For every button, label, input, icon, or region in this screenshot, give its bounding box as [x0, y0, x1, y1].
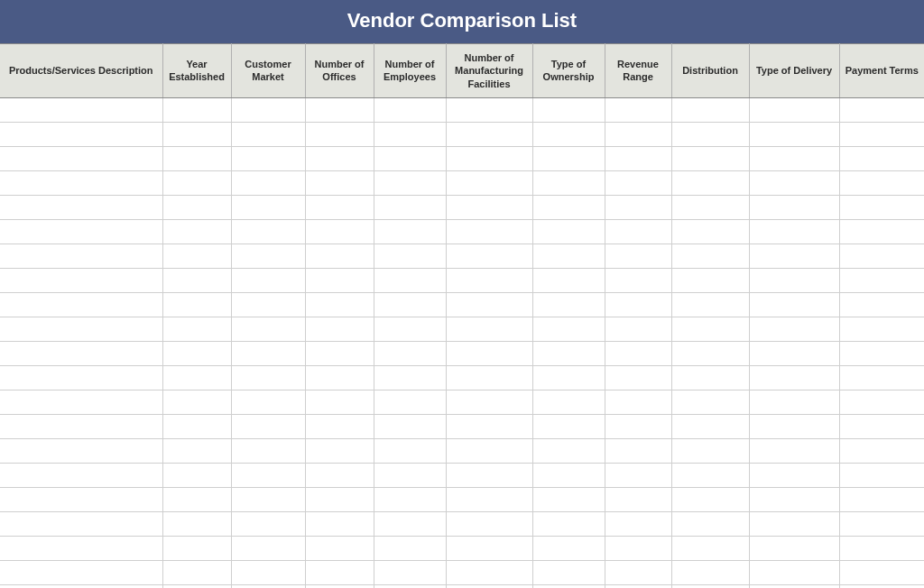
table-cell[interactable]: [162, 219, 231, 243]
table-cell[interactable]: [532, 243, 605, 268]
table-cell[interactable]: [749, 341, 839, 365]
table-cell[interactable]: [305, 487, 374, 511]
table-cell[interactable]: [839, 414, 924, 438]
table-cell[interactable]: [0, 122, 162, 146]
table-cell[interactable]: [374, 195, 446, 219]
table-cell[interactable]: [162, 243, 231, 268]
table-cell[interactable]: [749, 219, 839, 243]
table-cell[interactable]: [446, 511, 532, 536]
table-cell[interactable]: [305, 511, 374, 536]
table-cell[interactable]: [671, 438, 749, 463]
table-cell[interactable]: [446, 438, 532, 463]
table-cell[interactable]: [446, 292, 532, 317]
table-cell[interactable]: [749, 97, 839, 122]
table-cell[interactable]: [0, 463, 162, 487]
table-cell[interactable]: [0, 341, 162, 365]
table-cell[interactable]: [305, 195, 374, 219]
table-cell[interactable]: [374, 438, 446, 463]
table-cell[interactable]: [605, 438, 671, 463]
table-cell[interactable]: [446, 219, 532, 243]
table-cell[interactable]: [605, 146, 671, 170]
table-cell[interactable]: [446, 317, 532, 341]
table-cell[interactable]: [162, 268, 231, 292]
table-cell[interactable]: [749, 584, 839, 588]
table-cell[interactable]: [671, 292, 749, 317]
table-cell[interactable]: [839, 195, 924, 219]
table-cell[interactable]: [749, 146, 839, 170]
table-cell[interactable]: [671, 584, 749, 588]
table-cell[interactable]: [532, 463, 605, 487]
table-cell[interactable]: [0, 560, 162, 584]
col-header-customer-market[interactable]: Customer Market: [231, 44, 305, 98]
col-header-year-established[interactable]: Year Established: [162, 44, 231, 98]
table-cell[interactable]: [532, 292, 605, 317]
table-cell[interactable]: [305, 122, 374, 146]
table-cell[interactable]: [374, 97, 446, 122]
table-cell[interactable]: [231, 560, 305, 584]
table-cell[interactable]: [839, 390, 924, 414]
table-cell[interactable]: [374, 219, 446, 243]
table-cell[interactable]: [374, 122, 446, 146]
table-cell[interactable]: [446, 341, 532, 365]
table-cell[interactable]: [305, 268, 374, 292]
table-cell[interactable]: [605, 170, 671, 195]
table-cell[interactable]: [749, 463, 839, 487]
table-cell[interactable]: [839, 438, 924, 463]
table-cell[interactable]: [162, 365, 231, 390]
table-cell[interactable]: [446, 536, 532, 560]
table-cell[interactable]: [305, 146, 374, 170]
table-cell[interactable]: [0, 292, 162, 317]
table-cell[interactable]: [839, 584, 924, 588]
table-cell[interactable]: [0, 365, 162, 390]
table-cell[interactable]: [671, 365, 749, 390]
table-cell[interactable]: [605, 536, 671, 560]
table-cell[interactable]: [231, 511, 305, 536]
table-cell[interactable]: [671, 390, 749, 414]
table-cell[interactable]: [605, 292, 671, 317]
table-cell[interactable]: [749, 390, 839, 414]
table-cell[interactable]: [532, 317, 605, 341]
table-cell[interactable]: [605, 317, 671, 341]
table-cell[interactable]: [839, 536, 924, 560]
table-cell[interactable]: [839, 122, 924, 146]
table-cell[interactable]: [605, 560, 671, 584]
table-cell[interactable]: [0, 414, 162, 438]
table-cell[interactable]: [671, 414, 749, 438]
table-cell[interactable]: [532, 341, 605, 365]
col-header-type-ownership[interactable]: Type of Ownership: [532, 44, 605, 98]
table-cell[interactable]: [374, 536, 446, 560]
table-cell[interactable]: [749, 195, 839, 219]
table-cell[interactable]: [305, 243, 374, 268]
table-cell[interactable]: [671, 170, 749, 195]
table-cell[interactable]: [162, 122, 231, 146]
table-cell[interactable]: [0, 487, 162, 511]
table-cell[interactable]: [839, 487, 924, 511]
table-cell[interactable]: [374, 463, 446, 487]
table-cell[interactable]: [749, 170, 839, 195]
table-cell[interactable]: [162, 560, 231, 584]
table-cell[interactable]: [839, 365, 924, 390]
table-cell[interactable]: [605, 219, 671, 243]
table-cell[interactable]: [0, 317, 162, 341]
table-cell[interactable]: [446, 122, 532, 146]
table-cell[interactable]: [671, 317, 749, 341]
table-cell[interactable]: [749, 365, 839, 390]
table-cell[interactable]: [532, 97, 605, 122]
table-cell[interactable]: [446, 414, 532, 438]
table-cell[interactable]: [374, 414, 446, 438]
col-header-products-services[interactable]: Products/Services Description: [0, 44, 162, 98]
col-header-manufacturing-facilities[interactable]: Number of Manufacturing Facilities: [446, 44, 532, 98]
table-cell[interactable]: [839, 511, 924, 536]
table-cell[interactable]: [374, 560, 446, 584]
table-cell[interactable]: [605, 341, 671, 365]
table-cell[interactable]: [305, 292, 374, 317]
table-cell[interactable]: [374, 584, 446, 588]
table-cell[interactable]: [305, 341, 374, 365]
col-header-payment-terms[interactable]: Payment Terms: [839, 44, 924, 98]
table-cell[interactable]: [605, 414, 671, 438]
table-cell[interactable]: [374, 243, 446, 268]
table-cell[interactable]: [839, 146, 924, 170]
table-cell[interactable]: [671, 268, 749, 292]
table-cell[interactable]: [162, 341, 231, 365]
col-header-revenue-range[interactable]: Revenue Range: [605, 44, 671, 98]
